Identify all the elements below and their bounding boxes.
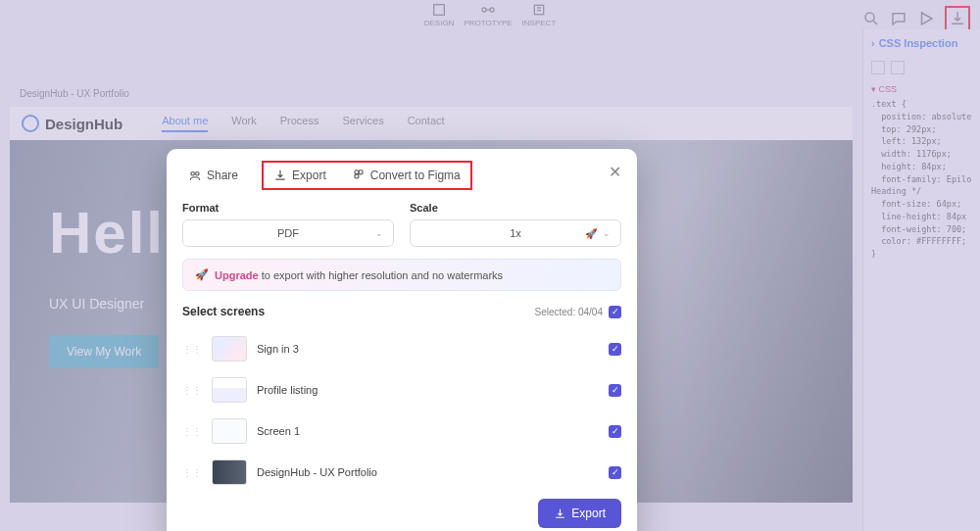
svg-rect-7 [355, 170, 359, 174]
mode-design[interactable]: DESIGN [424, 2, 455, 27]
screen-name: Sign in 3 [257, 343, 599, 355]
css-section-header[interactable]: ▾ CSS [871, 84, 972, 94]
preview-site-header: DesignHub About me Work Process Services… [10, 107, 853, 140]
panel-tool-1[interactable] [871, 61, 885, 74]
scale-label: Scale [410, 202, 621, 214]
site-nav: About me Work Process Services Contact [162, 115, 444, 132]
play-icon[interactable] [917, 10, 935, 27]
svg-point-1 [482, 8, 486, 12]
select-all-checkbox[interactable]: ✓ [609, 306, 621, 318]
selected-count: Selected: 04/04✓ [535, 306, 622, 318]
svg-point-6 [196, 172, 200, 176]
screen-checkbox[interactable]: ✓ [609, 425, 621, 438]
drag-handle-icon[interactable]: ⋮⋮ [182, 467, 202, 478]
export-modal: Share Export Convert to Figma ✕ Format P… [167, 149, 637, 531]
mode-prototype[interactable]: PROTOTYPE [464, 2, 512, 27]
svg-point-5 [191, 172, 195, 176]
screen-name: DesignHub - UX Portfolio [257, 466, 599, 478]
screen-row: ⋮⋮Screen 1✓ [182, 410, 621, 452]
mode-inspect[interactable]: INSPECT [522, 2, 557, 27]
panel-tool-2[interactable] [891, 61, 905, 74]
nav-process[interactable]: Process [280, 115, 319, 132]
screen-thumbnail[interactable] [212, 336, 247, 362]
screen-thumbnail[interactable] [212, 377, 247, 403]
drag-handle-icon[interactable]: ⋮⋮ [182, 426, 202, 437]
scale-select[interactable]: 1x🚀⌄ [410, 219, 621, 247]
export-button[interactable]: Export [538, 499, 621, 528]
screen-row: ⋮⋮Sign in 3✓ [182, 328, 621, 369]
close-icon[interactable]: ✕ [609, 163, 621, 181]
rocket-icon: 🚀 [585, 228, 597, 239]
screen-thumbnail[interactable] [212, 459, 247, 485]
nav-contact[interactable]: Contact [408, 115, 445, 132]
tab-share[interactable]: Share [182, 165, 244, 186]
select-screens-label: Select screens [182, 305, 265, 318]
format-label: Format [182, 202, 394, 214]
drag-handle-icon[interactable]: ⋮⋮ [182, 385, 202, 396]
css-inspection-panel: ›CSS Inspection ▾ CSS .text { position: … [862, 29, 980, 531]
screen-row: ⋮⋮Profile listing✓ [182, 369, 621, 410]
screen-checkbox[interactable]: ✓ [609, 343, 621, 356]
svg-point-2 [490, 8, 494, 12]
chevron-down-icon: ⌄ [603, 228, 611, 238]
screen-thumbnail[interactable] [212, 418, 247, 444]
svg-rect-9 [355, 174, 359, 178]
tab-export[interactable]: Export [268, 165, 332, 186]
nav-about[interactable]: About me [162, 115, 208, 132]
breadcrumb: DesignHub - UX Portfolio [20, 88, 853, 99]
svg-rect-8 [359, 170, 363, 174]
download-icon[interactable] [949, 10, 966, 27]
rocket-icon: 🚀 [195, 268, 209, 281]
screen-checkbox[interactable]: ✓ [609, 466, 621, 479]
chevron-down-icon: ⌄ [375, 228, 383, 238]
drag-handle-icon[interactable]: ⋮⋮ [182, 344, 202, 355]
upgrade-banner[interactable]: 🚀Upgrade to export with higher resolutio… [182, 259, 621, 291]
screen-name: Profile listing [257, 384, 599, 396]
chevron-right-icon[interactable]: › [871, 37, 875, 49]
site-logo[interactable]: DesignHub [22, 115, 122, 132]
screen-checkbox[interactable]: ✓ [609, 384, 621, 397]
search-icon[interactable] [862, 10, 880, 27]
format-select[interactable]: PDF⌄ [182, 219, 394, 247]
svg-point-4 [865, 13, 874, 22]
nav-work[interactable]: Work [231, 115, 256, 132]
hero-cta-button[interactable]: View My Work [49, 335, 159, 368]
app-topbar: DESIGN PROTOTYPE INSPECT ↑ [0, 0, 980, 29]
panel-title: ›CSS Inspection [871, 37, 972, 49]
tab-convert-figma[interactable]: Convert to Figma [346, 165, 466, 186]
modal-tabs: Share Export Convert to Figma ✕ [167, 149, 637, 202]
download-button-highlight: ↑ [945, 6, 970, 31]
screen-row: ⋮⋮DesignHub - UX Portfolio✓ [182, 452, 621, 493]
tabs-highlight: Export Convert to Figma [262, 161, 472, 190]
screen-name: Screen 1 [257, 425, 599, 437]
comment-icon[interactable] [890, 10, 907, 27]
svg-rect-0 [434, 5, 445, 16]
logo-icon [22, 115, 39, 132]
nav-services[interactable]: Services [342, 115, 383, 132]
css-code-block: .text { position: absolute top: 292px; l… [871, 98, 972, 261]
